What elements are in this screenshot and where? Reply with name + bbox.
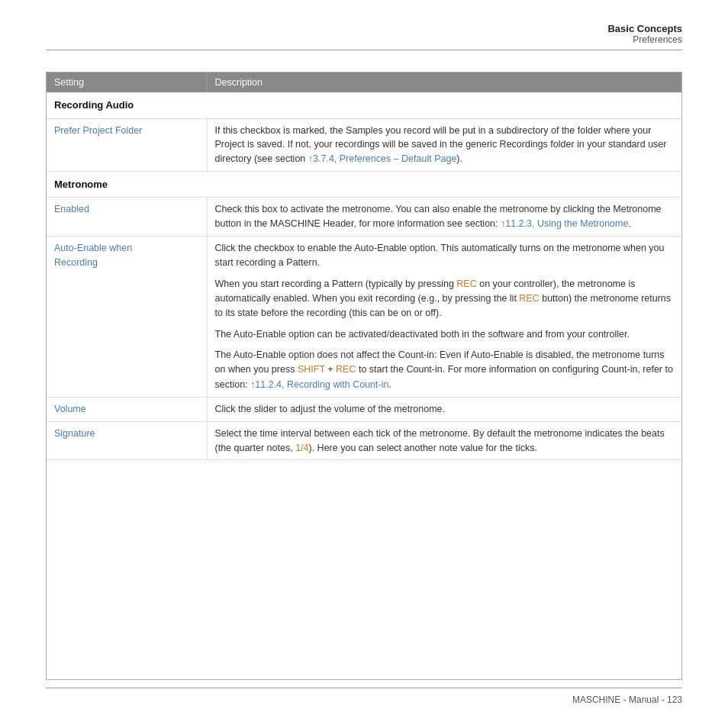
col-header-setting: Setting — [47, 72, 207, 92]
rec-ref-3: REC — [336, 364, 356, 375]
setting-signature: Signature — [47, 421, 207, 460]
page-container: Basic Concepts Preferences Setting Descr… — [0, 0, 728, 728]
col-header-description: Description — [207, 72, 681, 92]
desc-enabled: Check this box to activate the metronome… — [207, 198, 681, 237]
setting-volume: Volume — [47, 398, 207, 422]
settings-table: Setting Description Recording Audio Pref… — [47, 72, 681, 460]
ref-link-374[interactable]: ↑3.7.4, Preferences – Default Page — [308, 153, 457, 164]
quarter-note-ref: 1/4 — [295, 443, 308, 453]
auto-enable-para-3: The Auto-Enable option can be activated/… — [215, 327, 675, 342]
table-wrapper: Setting Description Recording Audio Pref… — [46, 72, 682, 680]
auto-enable-para-4: The Auto-Enable option does not affect t… — [215, 348, 675, 392]
section-header-recording-audio: Recording Audio — [47, 92, 681, 118]
table-row: Enabled Check this box to activate the m… — [47, 198, 681, 237]
table-row: Volume Click the slider to adjust the vo… — [47, 398, 681, 422]
rec-ref-2: REC — [519, 293, 539, 304]
rec-ref-1: REC — [456, 279, 476, 289]
ref-link-1124[interactable]: ↑11.2.4, Recording with Count-in — [250, 379, 388, 390]
footer-text: MASCHINE - Manual - 123 — [572, 694, 682, 705]
page-header: Basic Concepts Preferences — [46, 23, 682, 50]
table-row: Prefer Project Folder If this checkbox i… — [47, 118, 681, 171]
setting-prefer-project-folder: Prefer Project Folder — [47, 118, 207, 171]
section-header-metronome: Metronome — [47, 171, 681, 198]
auto-enable-para-1: Click the checkbox to enable the Auto-En… — [215, 241, 675, 271]
desc-prefer-project-folder: If this checkbox is marked, the Samples … — [207, 118, 681, 171]
setting-auto-enable: Auto-Enable whenRecording — [47, 236, 207, 397]
header-subtitle: Preferences — [46, 34, 682, 45]
desc-signature: Select the time interval between each ti… — [207, 421, 681, 460]
header-title: Basic Concepts — [46, 23, 682, 34]
section-label-metronome: Metronome — [47, 171, 681, 198]
table-header-row: Setting Description — [47, 72, 681, 92]
setting-enabled: Enabled — [47, 198, 207, 237]
table-row: Auto-Enable whenRecording Click the chec… — [47, 236, 681, 397]
signature-link[interactable]: Signature — [54, 428, 95, 439]
auto-enable-para-2: When you start recording a Pattern (typi… — [215, 277, 675, 321]
table-row: Signature Select the time interval betwe… — [47, 421, 681, 460]
section-label-recording-audio: Recording Audio — [47, 92, 681, 118]
main-content: Setting Description Recording Audio Pref… — [46, 56, 682, 680]
ref-link-1123[interactable]: ↑11.2.3, Using the Metronome — [501, 218, 628, 229]
desc-volume: Click the slider to adjust the volume of… — [207, 398, 681, 422]
enabled-link[interactable]: Enabled — [54, 204, 89, 214]
shift-ref: SHIFT — [298, 364, 325, 375]
volume-link[interactable]: Volume — [54, 404, 86, 414]
page-footer: MASCHINE - Manual - 123 — [46, 688, 682, 705]
prefer-project-folder-link[interactable]: Prefer Project Folder — [54, 125, 142, 136]
desc-auto-enable: Click the checkbox to enable the Auto-En… — [207, 236, 681, 397]
auto-enable-link[interactable]: Auto-Enable whenRecording — [54, 243, 132, 268]
